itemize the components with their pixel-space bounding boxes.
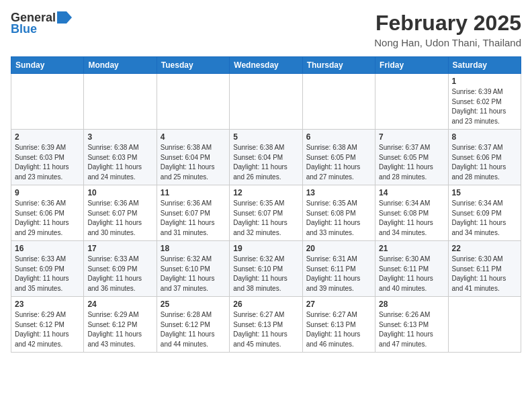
calendar-cell — [84, 74, 157, 130]
calendar-cell — [157, 74, 229, 130]
day-info: Sunrise: 6:36 AMSunset: 6:07 PMDaylight:… — [87, 199, 152, 238]
calendar-cell: 26Sunrise: 6:27 AMSunset: 6:13 PMDayligh… — [230, 297, 302, 353]
day-number: 27 — [306, 300, 371, 309]
calendar-cell: 6Sunrise: 6:38 AMSunset: 6:05 PMDaylight… — [302, 130, 375, 185]
logo-blue-text: Blue — [11, 22, 37, 36]
logo-icon — [57, 11, 72, 24]
day-info: Sunrise: 6:37 AMSunset: 6:05 PMDaylight:… — [379, 143, 444, 182]
calendar-cell: 3Sunrise: 6:38 AMSunset: 6:03 PMDaylight… — [84, 130, 157, 185]
day-number: 11 — [161, 188, 226, 197]
day-number: 12 — [233, 188, 298, 197]
svg-marker-0 — [57, 11, 72, 24]
day-number: 1 — [452, 77, 517, 86]
weekday-header-sunday: Sunday — [11, 57, 84, 74]
calendar-cell — [448, 297, 521, 353]
day-info: Sunrise: 6:29 AMSunset: 6:12 PMDaylight:… — [87, 310, 152, 349]
calendar-cell: 17Sunrise: 6:33 AMSunset: 6:09 PMDayligh… — [84, 241, 157, 297]
calendar-table: SundayMondayTuesdayWednesdayThursdayFrid… — [11, 56, 521, 353]
calendar-cell: 22Sunrise: 6:30 AMSunset: 6:11 PMDayligh… — [448, 241, 521, 297]
day-number: 26 — [233, 300, 298, 309]
day-number: 22 — [452, 244, 517, 253]
calendar-week-2: 2Sunrise: 6:39 AMSunset: 6:03 PMDaylight… — [11, 130, 521, 185]
calendar-cell — [375, 74, 448, 130]
calendar-cell: 24Sunrise: 6:29 AMSunset: 6:12 PMDayligh… — [84, 297, 157, 353]
weekday-header-wednesday: Wednesday — [230, 57, 302, 74]
calendar-cell: 28Sunrise: 6:26 AMSunset: 6:13 PMDayligh… — [375, 297, 448, 353]
day-info: Sunrise: 6:31 AMSunset: 6:11 PMDaylight:… — [306, 255, 371, 293]
day-number: 5 — [233, 132, 298, 142]
day-number: 3 — [87, 132, 152, 142]
day-info: Sunrise: 6:38 AMSunset: 6:04 PMDaylight:… — [161, 143, 226, 182]
calendar-cell: 11Sunrise: 6:36 AMSunset: 6:07 PMDayligh… — [157, 185, 229, 241]
calendar-week-3: 9Sunrise: 6:36 AMSunset: 6:06 PMDaylight… — [11, 185, 521, 241]
calendar-week-4: 16Sunrise: 6:33 AMSunset: 6:09 PMDayligh… — [11, 241, 521, 297]
day-info: Sunrise: 6:28 AMSunset: 6:12 PMDaylight:… — [161, 310, 226, 349]
day-number: 6 — [306, 132, 371, 142]
calendar-cell — [11, 74, 84, 130]
day-number: 8 — [452, 132, 517, 142]
calendar-week-5: 23Sunrise: 6:29 AMSunset: 6:12 PMDayligh… — [11, 297, 521, 353]
calendar-cell: 14Sunrise: 6:34 AMSunset: 6:08 PMDayligh… — [375, 185, 448, 241]
calendar-cell: 25Sunrise: 6:28 AMSunset: 6:12 PMDayligh… — [157, 297, 229, 353]
month-title: February 2025 — [374, 11, 521, 36]
day-number: 16 — [15, 244, 80, 253]
calendar-cell: 8Sunrise: 6:37 AMSunset: 6:06 PMDaylight… — [448, 130, 521, 185]
title-block: February 2025 Nong Han, Udon Thani, Thai… — [374, 11, 521, 48]
calendar-cell: 1Sunrise: 6:39 AMSunset: 6:02 PMDaylight… — [448, 74, 521, 130]
weekday-header-tuesday: Tuesday — [157, 57, 229, 74]
day-info: Sunrise: 6:29 AMSunset: 6:12 PMDaylight:… — [15, 310, 80, 349]
day-info: Sunrise: 6:27 AMSunset: 6:13 PMDaylight:… — [233, 310, 298, 349]
calendar-cell: 20Sunrise: 6:31 AMSunset: 6:11 PMDayligh… — [302, 241, 375, 297]
calendar-cell: 12Sunrise: 6:35 AMSunset: 6:07 PMDayligh… — [230, 185, 302, 241]
day-info: Sunrise: 6:32 AMSunset: 6:10 PMDaylight:… — [233, 255, 298, 293]
calendar-cell: 10Sunrise: 6:36 AMSunset: 6:07 PMDayligh… — [84, 185, 157, 241]
day-info: Sunrise: 6:38 AMSunset: 6:05 PMDaylight:… — [306, 143, 371, 182]
day-info: Sunrise: 6:38 AMSunset: 6:03 PMDaylight:… — [87, 143, 152, 182]
day-number: 18 — [161, 244, 226, 253]
day-info: Sunrise: 6:34 AMSunset: 6:09 PMDaylight:… — [452, 199, 517, 238]
day-number: 15 — [452, 188, 517, 197]
day-number: 10 — [87, 188, 152, 197]
day-number: 23 — [15, 300, 80, 309]
weekday-header-thursday: Thursday — [302, 57, 375, 74]
day-info: Sunrise: 6:26 AMSunset: 6:13 PMDaylight:… — [379, 310, 444, 349]
calendar-cell: 23Sunrise: 6:29 AMSunset: 6:12 PMDayligh… — [11, 297, 84, 353]
calendar-cell: 27Sunrise: 6:27 AMSunset: 6:13 PMDayligh… — [302, 297, 375, 353]
day-info: Sunrise: 6:39 AMSunset: 6:03 PMDaylight:… — [15, 143, 80, 182]
calendar-cell: 4Sunrise: 6:38 AMSunset: 6:04 PMDaylight… — [157, 130, 229, 185]
calendar-cell: 19Sunrise: 6:32 AMSunset: 6:10 PMDayligh… — [230, 241, 302, 297]
calendar-cell: 5Sunrise: 6:38 AMSunset: 6:04 PMDaylight… — [230, 130, 302, 185]
page-header: General Blue February 2025 Nong Han, Udo… — [11, 11, 521, 48]
logo: General Blue — [11, 11, 72, 36]
calendar-cell — [302, 74, 375, 130]
day-info: Sunrise: 6:32 AMSunset: 6:10 PMDaylight:… — [161, 255, 226, 293]
calendar-cell: 13Sunrise: 6:35 AMSunset: 6:08 PMDayligh… — [302, 185, 375, 241]
day-info: Sunrise: 6:35 AMSunset: 6:07 PMDaylight:… — [233, 199, 298, 238]
day-info: Sunrise: 6:30 AMSunset: 6:11 PMDaylight:… — [452, 255, 517, 293]
weekday-header-monday: Monday — [84, 57, 157, 74]
day-number: 13 — [306, 188, 371, 197]
day-info: Sunrise: 6:34 AMSunset: 6:08 PMDaylight:… — [379, 199, 444, 238]
day-info: Sunrise: 6:36 AMSunset: 6:07 PMDaylight:… — [161, 199, 226, 238]
day-info: Sunrise: 6:35 AMSunset: 6:08 PMDaylight:… — [306, 199, 371, 238]
day-number: 20 — [306, 244, 371, 253]
day-info: Sunrise: 6:37 AMSunset: 6:06 PMDaylight:… — [452, 143, 517, 182]
day-number: 7 — [379, 132, 444, 142]
day-info: Sunrise: 6:36 AMSunset: 6:06 PMDaylight:… — [15, 199, 80, 238]
calendar-week-1: 1Sunrise: 6:39 AMSunset: 6:02 PMDaylight… — [11, 74, 521, 130]
day-info: Sunrise: 6:38 AMSunset: 6:04 PMDaylight:… — [233, 143, 298, 182]
day-info: Sunrise: 6:27 AMSunset: 6:13 PMDaylight:… — [306, 310, 371, 349]
location-title: Nong Han, Udon Thani, Thailand — [374, 37, 521, 48]
day-number: 2 — [15, 132, 80, 142]
calendar-cell — [230, 74, 302, 130]
day-number: 21 — [379, 244, 444, 253]
calendar-cell: 7Sunrise: 6:37 AMSunset: 6:05 PMDaylight… — [375, 130, 448, 185]
day-number: 19 — [233, 244, 298, 253]
day-info: Sunrise: 6:33 AMSunset: 6:09 PMDaylight:… — [87, 255, 152, 293]
calendar-cell: 2Sunrise: 6:39 AMSunset: 6:03 PMDaylight… — [11, 130, 84, 185]
day-number: 14 — [379, 188, 444, 197]
day-number: 24 — [87, 300, 152, 309]
day-number: 28 — [379, 300, 444, 309]
calendar-cell: 21Sunrise: 6:30 AMSunset: 6:11 PMDayligh… — [375, 241, 448, 297]
calendar-cell: 18Sunrise: 6:32 AMSunset: 6:10 PMDayligh… — [157, 241, 229, 297]
